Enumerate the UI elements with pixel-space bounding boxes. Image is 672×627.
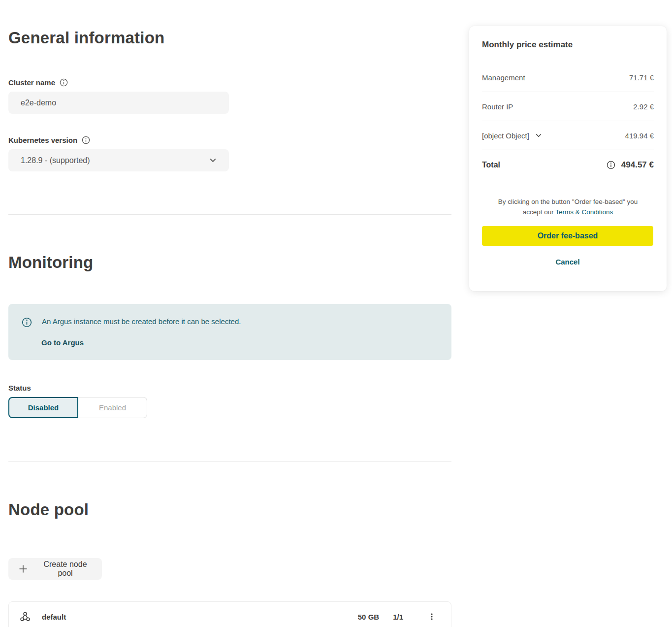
price-total-row: Total 494.57 € [482,150,654,179]
terms-and-conditions-link[interactable]: Terms & Conditions [555,208,613,216]
price-row-node-pool: [object Object] 419.94 € [482,121,654,150]
banner-message: An Argus instance must be created before… [42,317,241,328]
create-node-pool-button[interactable]: Create node pool [8,558,102,580]
price-rows: Management 71.71 € Router IP 2.92 € [obj… [482,63,654,150]
monthly-price-estimate-card: Monthly price estimate Management 71.71 … [469,26,667,291]
expand-chevron-down-icon[interactable] [535,132,542,139]
status-option-disabled[interactable]: Disabled [8,397,78,418]
price-row-management: Management 71.71 € [482,63,654,92]
price-item-label: Router IP [482,102,513,111]
total-label: Total [482,161,500,169]
cancel-button[interactable]: Cancel [482,258,653,266]
total-info-icon[interactable] [607,161,615,169]
node-pool-volume-size: 50 GB [358,613,379,621]
chevron-down-icon [209,157,217,164]
node-pool-section-title: Node pool [8,500,89,519]
cluster-name-input[interactable] [8,92,229,114]
status-toggle: Disabled Enabled [8,397,147,418]
cluster-name-info-icon[interactable] [60,78,68,87]
go-to-argus-link[interactable]: Go to Argus [41,338,84,347]
node-pool-node-count: 1/1 [393,613,403,621]
kubernetes-version-select[interactable]: 1.28.9 - (supported) [8,149,229,171]
general-section-title: General information [8,29,164,47]
create-node-pool-label: Create node pool [38,560,92,578]
status-option-enabled[interactable]: Enabled [78,397,147,418]
cluster-name-label: Cluster name [8,78,55,87]
kubernetes-version-label: Kubernetes version [8,136,77,144]
node-pool-row[interactable]: default 50 GB 1/1 [8,601,451,627]
disclaimer-prefix: accept our [523,208,554,216]
plus-icon [18,564,28,574]
price-item-label: [object Object] [482,132,529,140]
price-item-label: Management [482,73,525,82]
order-fee-based-button[interactable]: Order fee-based [482,226,653,246]
price-item-value: 2.92 € [633,102,654,111]
node-pool-menu-icon[interactable] [427,612,436,621]
argus-info-banner: An Argus instance must be created before… [8,304,451,360]
monitoring-section-title: Monitoring [8,253,93,272]
order-disclaimer: By clicking on the button "Order fee-bas… [482,197,654,217]
kubernetes-version-value: 1.28.9 - (supported) [21,156,90,165]
price-item-value: 419.94 € [625,132,654,140]
total-value: 494.57 € [621,160,654,170]
section-divider [8,214,451,215]
node-pool-icon [19,611,31,623]
price-card-title: Monthly price estimate [482,40,654,50]
disclaimer-line1: By clicking on the button "Order fee-bas… [498,198,638,205]
price-row-router-ip: Router IP 2.92 € [482,92,654,121]
status-label: Status [8,384,31,392]
banner-info-icon [22,317,32,328]
section-divider [8,461,451,462]
price-item-value: 71.71 € [629,73,654,82]
kubernetes-version-info-icon[interactable] [82,136,90,144]
node-pool-name: default [42,613,358,621]
